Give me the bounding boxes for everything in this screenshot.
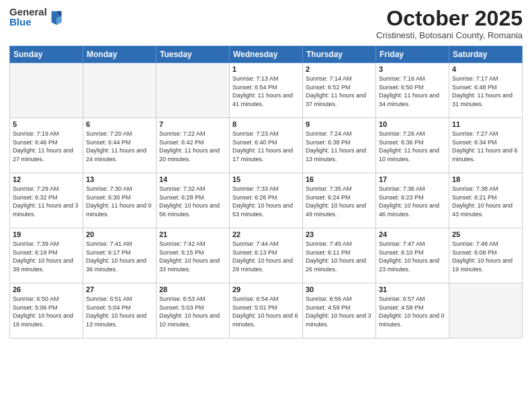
day-number: 10 bbox=[379, 120, 446, 128]
day-info: Sunrise: 7:44 AMSunset: 6:13 PMDaylight:… bbox=[232, 240, 300, 273]
calendar-cell: 7Sunrise: 7:22 AMSunset: 6:42 PMDaylight… bbox=[157, 118, 230, 173]
day-info: Sunrise: 7:24 AMSunset: 6:38 PMDaylight:… bbox=[306, 130, 373, 163]
day-number: 28 bbox=[159, 285, 226, 293]
calendar-cell: 25Sunrise: 7:48 AMSunset: 6:08 PMDayligh… bbox=[449, 228, 523, 283]
day-number: 11 bbox=[452, 120, 519, 128]
calendar-cell: 23Sunrise: 7:45 AMSunset: 6:11 PMDayligh… bbox=[303, 228, 376, 283]
day-info: Sunrise: 7:19 AMSunset: 6:46 PMDaylight:… bbox=[13, 130, 80, 163]
calendar-cell bbox=[449, 283, 523, 338]
day-info: Sunrise: 7:29 AMSunset: 6:32 PMDaylight:… bbox=[13, 185, 80, 218]
day-info: Sunrise: 7:38 AMSunset: 6:21 PMDaylight:… bbox=[452, 185, 519, 218]
calendar-cell: 31Sunrise: 6:57 AMSunset: 4:58 PMDayligh… bbox=[376, 283, 449, 338]
day-info: Sunrise: 7:20 AMSunset: 6:44 PMDaylight:… bbox=[86, 130, 153, 163]
day-info: Sunrise: 7:23 AMSunset: 6:40 PMDaylight:… bbox=[232, 130, 300, 163]
calendar-week-2: 12Sunrise: 7:29 AMSunset: 6:32 PMDayligh… bbox=[10, 173, 523, 228]
calendar-cell: 2Sunrise: 7:14 AMSunset: 6:52 PMDaylight… bbox=[303, 63, 376, 118]
day-number: 23 bbox=[306, 230, 373, 238]
calendar-cell: 13Sunrise: 7:30 AMSunset: 6:30 PMDayligh… bbox=[83, 173, 157, 228]
day-info: Sunrise: 6:57 AMSunset: 4:58 PMDaylight:… bbox=[379, 295, 446, 328]
calendar-cell: 15Sunrise: 7:33 AMSunset: 6:26 PMDayligh… bbox=[230, 173, 303, 228]
col-header-wednesday: Wednesday bbox=[230, 46, 303, 63]
header: General Blue October 2025 Cristinesti, B… bbox=[9, 7, 523, 40]
day-info: Sunrise: 7:32 AMSunset: 6:28 PMDaylight:… bbox=[159, 185, 226, 218]
day-number: 3 bbox=[379, 65, 446, 73]
day-number: 2 bbox=[306, 65, 373, 73]
calendar-cell bbox=[83, 63, 157, 118]
day-info: Sunrise: 6:53 AMSunset: 5:03 PMDaylight:… bbox=[159, 295, 226, 328]
day-number: 20 bbox=[86, 230, 153, 238]
day-info: Sunrise: 6:51 AMSunset: 5:04 PMDaylight:… bbox=[86, 295, 153, 328]
calendar-table: SundayMondayTuesdayWednesdayThursdayFrid… bbox=[9, 46, 523, 338]
calendar-cell: 21Sunrise: 7:42 AMSunset: 6:15 PMDayligh… bbox=[157, 228, 230, 283]
month-title: October 2025 bbox=[376, 7, 523, 30]
day-number: 6 bbox=[86, 120, 153, 128]
day-info: Sunrise: 6:56 AMSunset: 4:59 PMDaylight:… bbox=[306, 295, 373, 328]
logo-icon bbox=[50, 9, 63, 25]
calendar-cell: 10Sunrise: 7:26 AMSunset: 6:36 PMDayligh… bbox=[376, 118, 449, 173]
day-info: Sunrise: 7:35 AMSunset: 6:24 PMDaylight:… bbox=[306, 185, 373, 218]
col-header-thursday: Thursday bbox=[303, 46, 376, 63]
day-info: Sunrise: 7:36 AMSunset: 6:23 PMDaylight:… bbox=[379, 185, 446, 218]
day-info: Sunrise: 6:50 AMSunset: 5:06 PMDaylight:… bbox=[13, 295, 80, 328]
day-number: 30 bbox=[306, 285, 373, 293]
col-header-tuesday: Tuesday bbox=[157, 46, 230, 63]
page: General Blue October 2025 Cristinesti, B… bbox=[0, 0, 532, 411]
day-info: Sunrise: 7:42 AMSunset: 6:15 PMDaylight:… bbox=[159, 240, 226, 273]
calendar-cell: 6Sunrise: 7:20 AMSunset: 6:44 PMDaylight… bbox=[83, 118, 157, 173]
calendar-cell: 19Sunrise: 7:39 AMSunset: 6:19 PMDayligh… bbox=[10, 228, 83, 283]
title-block: October 2025 Cristinesti, Botosani Count… bbox=[376, 7, 523, 40]
col-header-monday: Monday bbox=[83, 46, 157, 63]
calendar-cell: 22Sunrise: 7:44 AMSunset: 6:13 PMDayligh… bbox=[230, 228, 303, 283]
day-info: Sunrise: 7:14 AMSunset: 6:52 PMDaylight:… bbox=[306, 75, 373, 108]
calendar-cell: 4Sunrise: 7:17 AMSunset: 6:48 PMDaylight… bbox=[449, 63, 523, 118]
logo-blue: Blue bbox=[9, 17, 47, 27]
day-number: 5 bbox=[13, 120, 80, 128]
calendar-cell: 28Sunrise: 6:53 AMSunset: 5:03 PMDayligh… bbox=[157, 283, 230, 338]
calendar-cell: 27Sunrise: 6:51 AMSunset: 5:04 PMDayligh… bbox=[83, 283, 157, 338]
day-info: Sunrise: 7:30 AMSunset: 6:30 PMDaylight:… bbox=[86, 185, 153, 218]
day-number: 26 bbox=[13, 285, 80, 293]
day-number: 14 bbox=[159, 175, 226, 183]
logo-general: General bbox=[9, 7, 47, 17]
calendar-header-row: SundayMondayTuesdayWednesdayThursdayFrid… bbox=[10, 46, 523, 63]
day-number: 16 bbox=[306, 175, 373, 183]
calendar-cell: 11Sunrise: 7:27 AMSunset: 6:34 PMDayligh… bbox=[449, 118, 523, 173]
calendar-cell: 17Sunrise: 7:36 AMSunset: 6:23 PMDayligh… bbox=[376, 173, 449, 228]
calendar-cell bbox=[157, 63, 230, 118]
day-number: 19 bbox=[13, 230, 80, 238]
day-number: 13 bbox=[86, 175, 153, 183]
location: Cristinesti, Botosani County, Romania bbox=[376, 30, 523, 40]
col-header-sunday: Sunday bbox=[10, 46, 83, 63]
col-header-friday: Friday bbox=[376, 46, 449, 63]
day-info: Sunrise: 7:48 AMSunset: 6:08 PMDaylight:… bbox=[452, 240, 519, 273]
day-number: 31 bbox=[379, 285, 446, 293]
day-number: 1 bbox=[232, 65, 300, 73]
day-info: Sunrise: 7:41 AMSunset: 6:17 PMDaylight:… bbox=[86, 240, 153, 273]
day-number: 4 bbox=[452, 65, 519, 73]
calendar-cell: 1Sunrise: 7:13 AMSunset: 6:54 PMDaylight… bbox=[230, 63, 303, 118]
calendar-cell: 20Sunrise: 7:41 AMSunset: 6:17 PMDayligh… bbox=[83, 228, 157, 283]
calendar-cell: 26Sunrise: 6:50 AMSunset: 5:06 PMDayligh… bbox=[10, 283, 83, 338]
day-number: 27 bbox=[86, 285, 153, 293]
day-number: 21 bbox=[159, 230, 226, 238]
day-info: Sunrise: 7:47 AMSunset: 6:10 PMDaylight:… bbox=[379, 240, 446, 273]
day-info: Sunrise: 7:45 AMSunset: 6:11 PMDaylight:… bbox=[306, 240, 373, 273]
day-info: Sunrise: 7:16 AMSunset: 6:50 PMDaylight:… bbox=[379, 75, 446, 108]
calendar-cell: 3Sunrise: 7:16 AMSunset: 6:50 PMDaylight… bbox=[376, 63, 449, 118]
day-info: Sunrise: 7:13 AMSunset: 6:54 PMDaylight:… bbox=[232, 75, 300, 108]
calendar-week-0: 1Sunrise: 7:13 AMSunset: 6:54 PMDaylight… bbox=[10, 63, 523, 118]
day-number: 22 bbox=[232, 230, 300, 238]
day-info: Sunrise: 7:39 AMSunset: 6:19 PMDaylight:… bbox=[13, 240, 80, 273]
calendar-cell: 9Sunrise: 7:24 AMSunset: 6:38 PMDaylight… bbox=[303, 118, 376, 173]
calendar-cell: 24Sunrise: 7:47 AMSunset: 6:10 PMDayligh… bbox=[376, 228, 449, 283]
day-number: 18 bbox=[452, 175, 519, 183]
calendar-week-3: 19Sunrise: 7:39 AMSunset: 6:19 PMDayligh… bbox=[10, 228, 523, 283]
day-number: 24 bbox=[379, 230, 446, 238]
day-number: 9 bbox=[306, 120, 373, 128]
day-number: 17 bbox=[379, 175, 446, 183]
day-info: Sunrise: 7:27 AMSunset: 6:34 PMDaylight:… bbox=[452, 130, 519, 163]
day-number: 15 bbox=[232, 175, 300, 183]
calendar-cell: 16Sunrise: 7:35 AMSunset: 6:24 PMDayligh… bbox=[303, 173, 376, 228]
calendar-cell: 12Sunrise: 7:29 AMSunset: 6:32 PMDayligh… bbox=[10, 173, 83, 228]
calendar-cell: 30Sunrise: 6:56 AMSunset: 4:59 PMDayligh… bbox=[303, 283, 376, 338]
